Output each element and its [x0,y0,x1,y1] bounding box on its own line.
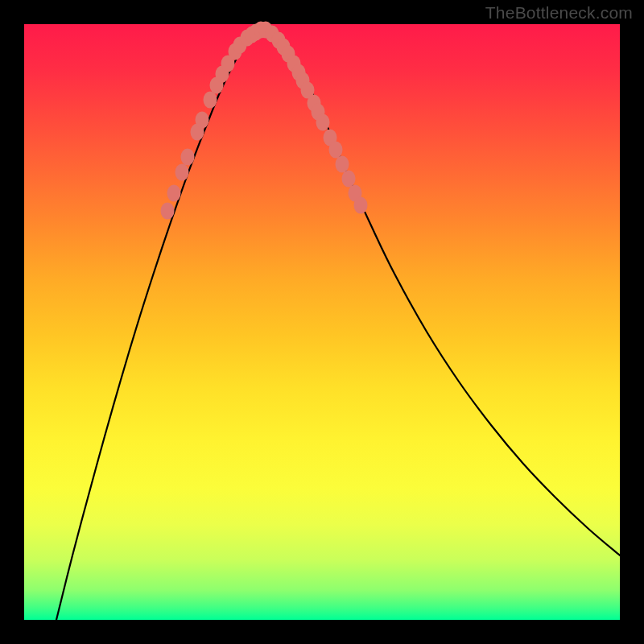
highlight-dot [316,114,330,131]
watermark-text: TheBottleneck.com [485,3,633,23]
chart-frame: TheBottleneck.com [0,0,644,644]
highlight-dot [181,149,195,166]
curve-svg [24,24,620,620]
plot-area [24,24,620,620]
highlight-dot [167,185,181,202]
highlight-dot [329,142,343,159]
highlight-dot [196,112,209,129]
highlight-dot [342,171,356,188]
highlight-dot [175,164,189,181]
highlight-dot [336,156,349,173]
highlight-dot [161,203,175,220]
highlight-dot [354,197,368,214]
highlight-dot [204,92,217,109]
highlight-dots [161,22,368,220]
bottleneck-curve [56,27,620,620]
